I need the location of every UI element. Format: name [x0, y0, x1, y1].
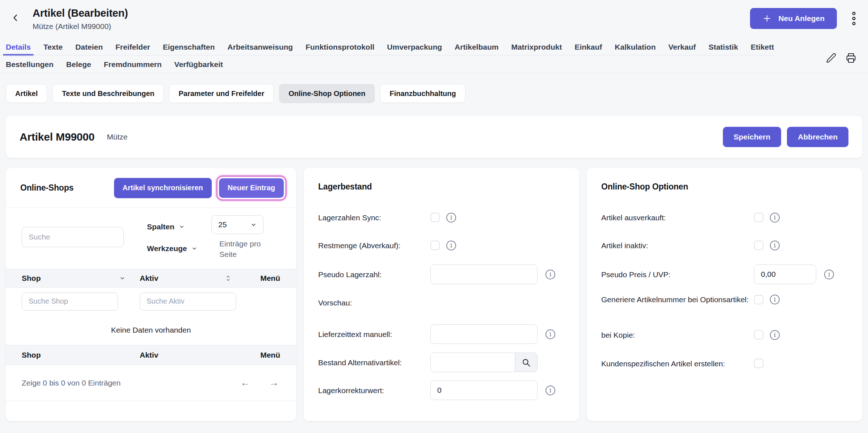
info-icon[interactable]: i	[545, 386, 555, 395]
pill-finanzbuchhaltung[interactable]: Finanzbuchhaltung	[380, 84, 465, 103]
article-search-button[interactable]	[515, 353, 537, 372]
kebab-menu-icon	[851, 11, 857, 26]
edit-button[interactable]	[825, 52, 837, 64]
pseudo-preis-input[interactable]	[754, 265, 816, 284]
pagination-next-button[interactable]: →	[269, 377, 279, 388]
new-entry-button[interactable]: Neuer Eintrag	[219, 178, 284, 198]
columns-dropdown-label: Spalten	[147, 222, 174, 231]
tab-texte[interactable]: Texte	[43, 43, 63, 51]
tools-dropdown[interactable]: Werkzeuge	[147, 244, 197, 253]
inaktiv-checkbox[interactable]	[754, 241, 763, 250]
kundenspezifisch-checkbox[interactable]	[754, 359, 763, 368]
pill-texte-und-beschreibungen[interactable]: Texte und Beschreibungen	[52, 84, 164, 103]
new-create-label: Neu Anlegen	[778, 14, 825, 23]
pill-artikel[interactable]: Artikel	[6, 84, 47, 103]
page-size-value: 25	[218, 220, 227, 229]
tab-artikelbaum[interactable]: Artikelbaum	[455, 43, 498, 51]
info-icon[interactable]: i	[770, 295, 780, 304]
print-button[interactable]	[845, 52, 857, 64]
tab-bestellungen[interactable]: Bestellungen	[6, 60, 54, 69]
lieferzeittext-input[interactable]	[430, 324, 538, 344]
pencil-icon	[825, 52, 837, 64]
tab-freifelder[interactable]: Freifelder	[115, 43, 150, 51]
tools-dropdown-label: Werkzeuge	[147, 244, 187, 253]
info-icon[interactable]: i	[446, 241, 456, 250]
info-icon[interactable]: i	[545, 270, 555, 279]
field-label: Artikel inaktiv:	[601, 240, 754, 251]
tab-fremdnummern[interactable]: Fremdnummern	[104, 60, 162, 69]
tab-statistik[interactable]: Statistik	[708, 43, 738, 51]
online-shops-panel: Online-Shops Artikel synchronisieren Neu…	[6, 168, 296, 421]
page-size-select[interactable]: 25	[211, 215, 264, 234]
online-shops-title: Online-Shops	[20, 183, 73, 193]
field-pseudo-preis: Pseudo Preis / UVP: i	[601, 265, 851, 284]
info-icon[interactable]: i	[446, 213, 456, 222]
tab-belege[interactable]: Belege	[66, 60, 91, 69]
tab-verfuegbarkeit[interactable]: Verfügbarkeit	[174, 60, 223, 69]
lagerkorrekturwert-input[interactable]	[430, 380, 538, 400]
tab-etikett[interactable]: Etikett	[751, 43, 774, 51]
tab-eigenschaften[interactable]: Eigenschaften	[163, 43, 215, 51]
highlight-ring: Neuer Eintrag	[216, 175, 287, 201]
bei-kopie-checkbox[interactable]	[754, 330, 763, 340]
tab-verkauf[interactable]: Verkauf	[668, 43, 696, 51]
field-lagerzahlen-sync: Lagerzahlen Sync: i	[318, 208, 568, 227]
column-header-aktiv[interactable]: Aktiv	[140, 274, 236, 283]
field-kundenspezifisch: Kundenspezifischen Artikel erstellen:	[601, 354, 851, 373]
pill-online-shop-optionen[interactable]: Online-Shop Optionen	[279, 84, 375, 103]
info-icon[interactable]: i	[545, 329, 555, 339]
filter-shop-input[interactable]	[22, 292, 118, 311]
shop-options-title: Online-Shop Optionen	[601, 182, 688, 192]
article-name: Mütze	[107, 133, 127, 141]
section-pills: Artikel Texte und Beschreibungen Paramet…	[6, 84, 868, 103]
tab-kalkulation[interactable]: Kalkulation	[615, 43, 656, 51]
field-label: Kundenspezifischen Artikel erstellen:	[601, 358, 754, 369]
field-label: Lagerkorrekturwert:	[318, 385, 430, 396]
stock-panel: Lagerbestand Lagerzahlen Sync: i Restmen…	[304, 168, 579, 421]
generiere-artikelnummer-checkbox[interactable]	[754, 295, 763, 304]
columns-dropdown[interactable]: Spalten	[147, 222, 185, 231]
field-bei-kopie: bei Kopie: i	[601, 325, 851, 345]
field-label: Restmenge (Abverkauf):	[318, 240, 430, 251]
field-bestand-alternativartikel: Bestand Alternativartikel:	[318, 353, 568, 372]
sync-articles-button[interactable]: Artikel synchronisieren	[114, 178, 212, 198]
info-icon[interactable]: i	[770, 241, 780, 250]
save-button[interactable]: Speichern	[723, 127, 781, 147]
more-options-button[interactable]	[851, 11, 857, 26]
table-header-row: Shop Aktiv Menü	[6, 269, 296, 288]
field-pseudo-lagerzahl: Pseudo Lagerzahl: i	[318, 265, 568, 284]
field-label: Artikel ausverkauft:	[601, 212, 754, 223]
alternativartikel-input[interactable]	[431, 353, 515, 372]
tab-matrixprodukt[interactable]: Matrixprodukt	[511, 43, 562, 51]
shop-options-panel: Online-Shop Optionen Artikel ausverkauft…	[587, 168, 862, 421]
chevron-down-icon	[191, 246, 197, 251]
tab-details[interactable]: Details	[6, 43, 31, 51]
tab-funktionsprotokoll[interactable]: Funktionsprotokoll	[306, 43, 374, 51]
field-label: bei Kopie:	[601, 329, 754, 341]
lagerzahlen-sync-checkbox[interactable]	[430, 213, 440, 222]
tab-einkauf[interactable]: Einkauf	[574, 43, 602, 51]
info-icon[interactable]: i	[770, 213, 780, 222]
chevron-down-icon	[250, 222, 257, 228]
pagination-prev-button[interactable]: ←	[240, 377, 250, 388]
field-generiere-artikelnummer: Generiere Artikelnummer bei Optionsartik…	[601, 294, 851, 305]
info-icon[interactable]: i	[824, 270, 834, 279]
tab-arbeitsanweisung[interactable]: Arbeitsanweisung	[227, 43, 293, 51]
tab-dateien[interactable]: Dateien	[75, 43, 103, 51]
field-lagerkorrekturwert: Lagerkorrekturwert: i	[318, 380, 568, 400]
info-icon[interactable]: i	[770, 330, 780, 340]
pill-parameter-und-freifelder[interactable]: Parameter und Freifelder	[169, 84, 274, 103]
cancel-button[interactable]: Abbrechen	[787, 127, 848, 147]
ausverkauft-checkbox[interactable]	[754, 213, 763, 222]
tab-umverpackung[interactable]: Umverpackung	[387, 43, 442, 51]
back-button[interactable]	[11, 13, 20, 22]
restmenge-checkbox[interactable]	[430, 241, 440, 250]
table-empty-message: Keine Daten vorhanden	[6, 315, 296, 345]
field-vorschau: Vorschau:	[318, 293, 568, 312]
sort-unfold-icon	[226, 274, 231, 282]
pseudo-lagerzahl-input[interactable]	[430, 265, 538, 284]
search-input[interactable]	[22, 227, 124, 247]
filter-aktiv-input[interactable]	[140, 292, 236, 311]
new-create-button[interactable]: Neu Anlegen	[750, 8, 837, 29]
column-header-shop[interactable]: Shop	[22, 274, 130, 283]
